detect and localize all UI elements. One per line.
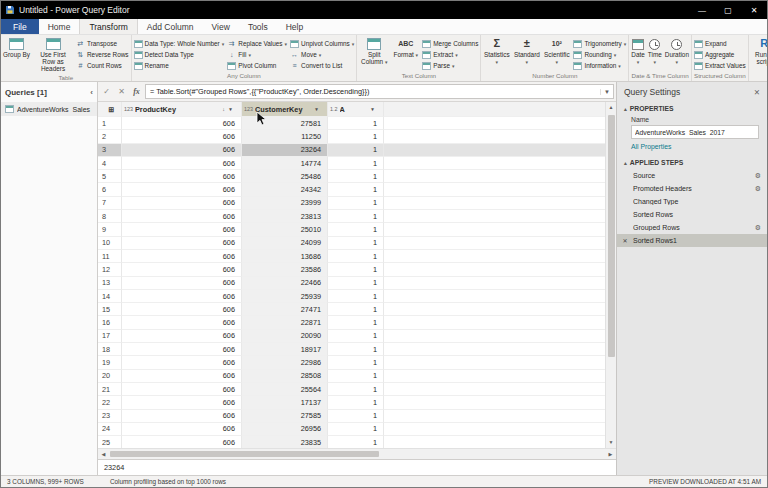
row-number[interactable]: 9 (98, 223, 122, 236)
cell[interactable]: 25486 (242, 170, 328, 183)
cell[interactable]: 14774 (242, 157, 328, 170)
applied-step[interactable]: Grouped Rows⚙ (617, 221, 767, 234)
cell[interactable]: 26956 (242, 423, 328, 436)
cell[interactable]: 1 (328, 170, 384, 183)
scroll-right-icon[interactable]: ▶ (605, 451, 616, 457)
minimize-button[interactable]: — (689, 1, 715, 19)
filter-icon[interactable]: ▾ (368, 106, 377, 112)
horizontal-scrollbar[interactable]: ◀ ▶ (98, 448, 616, 459)
cell[interactable]: 22871 (242, 316, 328, 329)
date-button[interactable]: Date ▾ (631, 36, 645, 66)
information-button[interactable]: Information▾ (573, 60, 626, 71)
row-number[interactable]: 21 (98, 383, 122, 396)
cell[interactable]: 24099 (242, 237, 328, 250)
column-type-icon[interactable]: 1.2 (330, 106, 338, 112)
cell[interactable]: 606 (122, 410, 242, 423)
fill-button[interactable]: ↓Fill▾ (227, 49, 287, 60)
delete-step-icon[interactable]: ✕ (617, 237, 633, 244)
row-number[interactable]: 20 (98, 370, 122, 383)
trigonometry-button[interactable]: Trigonometry▾ (573, 38, 626, 49)
cell[interactable]: 606 (122, 237, 242, 250)
cell[interactable]: 1 (328, 197, 384, 210)
vertical-scroll-thumb[interactable] (608, 115, 615, 357)
applied-steps-section-header[interactable]: ▴ APPLIED STEPS (617, 156, 767, 168)
row-number[interactable]: 25 (98, 436, 122, 448)
maximize-button[interactable]: ▢ (715, 1, 741, 19)
row-number[interactable]: 23 (98, 410, 122, 423)
detect-data-type-button[interactable]: Detect Data Type (134, 49, 225, 60)
close-button[interactable]: ✕ (741, 1, 767, 19)
row-number[interactable]: 16 (98, 316, 122, 329)
scientific-button[interactable]: 10² Scientific ▾ (543, 36, 570, 66)
cell[interactable]: 606 (122, 183, 242, 196)
cell[interactable]: 1 (328, 303, 384, 316)
extract-button[interactable]: Extract▾ (422, 49, 478, 60)
all-properties-link[interactable]: All Properties (617, 141, 767, 156)
cell[interactable]: 1 (328, 396, 384, 409)
cell[interactable]: 1 (328, 263, 384, 276)
expand-button[interactable]: Expand (694, 38, 746, 49)
column-type-icon[interactable]: 123 (124, 106, 133, 112)
move-button[interactable]: ↔Move▾ (290, 49, 354, 60)
formula-input[interactable]: = Table.Sort(#"Grouped Rows",{{"ProductK… (145, 84, 614, 99)
cell[interactable]: 28508 (242, 370, 328, 383)
cell[interactable]: 22466 (242, 277, 328, 290)
gear-icon[interactable]: ⚙ (755, 172, 761, 180)
properties-section-header[interactable]: ▴ PROPERTIES (617, 102, 767, 114)
row-number[interactable]: 3 (98, 144, 122, 157)
cell[interactable]: 1 (328, 330, 384, 343)
cell[interactable]: 606 (122, 157, 242, 170)
row-number[interactable]: 15 (98, 303, 122, 316)
row-number[interactable]: 24 (98, 423, 122, 436)
gear-icon[interactable]: ⚙ (755, 224, 761, 232)
cell[interactable]: 27581 (242, 117, 328, 130)
standard-button[interactable]: ± Standard ▾ (513, 36, 540, 66)
extract-values-button[interactable]: Extract Values (694, 60, 746, 71)
cell[interactable]: 606 (122, 197, 242, 210)
gear-icon[interactable]: ⚙ (755, 185, 761, 193)
column-header-productkey[interactable]: 123 ProductKey ↓ ▾ (122, 102, 242, 117)
cell[interactable]: 25939 (242, 290, 328, 303)
scroll-up-icon[interactable]: ▲ (609, 102, 614, 113)
row-number[interactable]: 5 (98, 170, 122, 183)
cell[interactable]: 1 (328, 157, 384, 170)
cell[interactable]: 606 (122, 356, 242, 369)
format-button[interactable]: ABC Format ▾ (392, 36, 419, 59)
time-button[interactable]: Time ▾ (648, 36, 662, 66)
row-number[interactable]: 18 (98, 343, 122, 356)
applied-step[interactable]: Source⚙ (617, 169, 767, 182)
cell[interactable]: 23813 (242, 210, 328, 223)
close-panel-icon[interactable]: ✕ (754, 88, 760, 97)
cell[interactable]: 1 (328, 370, 384, 383)
cancel-formula-icon[interactable]: ✕ (115, 87, 128, 96)
row-number[interactable]: 11 (98, 250, 122, 263)
expand-formula-bar-icon[interactable]: ▼ (600, 89, 613, 95)
row-number[interactable]: 19 (98, 356, 122, 369)
row-number[interactable]: 1 (98, 117, 122, 130)
tab-add-column[interactable]: Add Column (138, 19, 203, 34)
cell[interactable]: 1 (328, 356, 384, 369)
rounding-button[interactable]: Rounding▾ (573, 49, 626, 60)
cell[interactable]: 606 (122, 303, 242, 316)
group-by-button[interactable]: Group By (3, 36, 30, 59)
applied-step[interactable]: Changed Type (617, 195, 767, 208)
cell[interactable]: 1 (328, 410, 384, 423)
cell[interactable]: 1 (328, 130, 384, 143)
cell[interactable]: 1 (328, 250, 384, 263)
cell[interactable]: 606 (122, 343, 242, 356)
rename-button[interactable]: Rename (134, 60, 225, 71)
cell[interactable]: 606 (122, 330, 242, 343)
row-number[interactable]: 12 (98, 263, 122, 276)
row-number[interactable]: 13 (98, 277, 122, 290)
merge-columns-button[interactable]: Merge Columns (422, 38, 478, 49)
cell[interactable]: 606 (122, 277, 242, 290)
split-column-button[interactable]: Split Column ▾ (359, 36, 389, 66)
collapse-panel-icon[interactable]: ‹ (90, 88, 93, 97)
cell[interactable]: 606 (122, 263, 242, 276)
cell[interactable]: 13686 (242, 250, 328, 263)
applied-step[interactable]: Sorted Rows (617, 208, 767, 221)
cell[interactable]: 606 (122, 370, 242, 383)
cell[interactable]: 1 (328, 183, 384, 196)
applied-step[interactable]: ✕Sorted Rows1 (617, 234, 767, 247)
cell[interactable]: 1 (328, 383, 384, 396)
